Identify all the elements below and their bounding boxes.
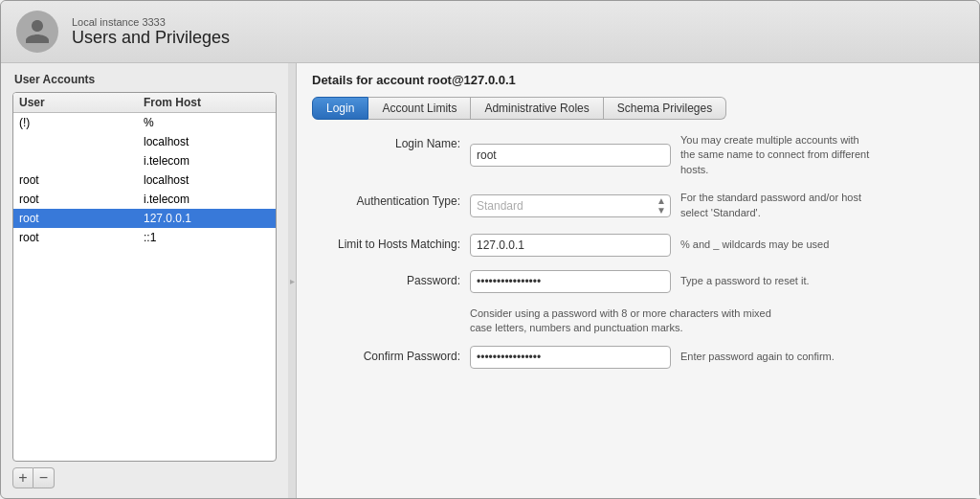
auth-type-input-group: Standard ▲▼ For the standard password an… bbox=[470, 191, 872, 220]
sidebar: User Accounts User From Host (!) %localh… bbox=[1, 63, 288, 498]
row-host: 127.0.0.1 bbox=[144, 212, 270, 225]
content-area: User Accounts User From Host (!) %localh… bbox=[1, 63, 979, 498]
auth-type-label: Authentication Type: bbox=[312, 191, 470, 208]
table-row[interactable]: (!) % bbox=[13, 113, 276, 132]
confirm-password-label: Confirm Password: bbox=[312, 346, 470, 363]
table-row[interactable]: root::1 bbox=[13, 228, 276, 247]
password-inline-hint: Type a password to reset it. bbox=[680, 274, 810, 288]
confirm-password-hint: Enter password again to confirm. bbox=[680, 350, 835, 364]
row-user: root bbox=[19, 173, 144, 187]
resize-handle[interactable]: ▸ bbox=[288, 63, 296, 498]
password-row: Password: Type a password to reset it. bbox=[312, 270, 964, 293]
login-name-label: Login Name: bbox=[312, 133, 470, 150]
row-host: localhost bbox=[144, 135, 270, 148]
user-accounts-table: User From Host (!) %localhosti.telecomro… bbox=[12, 92, 277, 462]
titlebar: Local instance 3333 Users and Privileges bbox=[1, 1, 979, 63]
row-host: i.telecom bbox=[144, 193, 270, 206]
login-name-input[interactable] bbox=[470, 144, 671, 167]
sidebar-title: User Accounts bbox=[12, 73, 277, 86]
auth-type-select[interactable]: Standard bbox=[477, 199, 657, 213]
row-user: root bbox=[19, 212, 144, 225]
row-host: % bbox=[144, 116, 270, 129]
auth-type-select-wrap[interactable]: Standard ▲▼ bbox=[470, 194, 671, 217]
tab-account-limits[interactable]: Account Limits bbox=[368, 97, 471, 120]
confirm-password-input-group: Enter password again to confirm. bbox=[470, 346, 835, 369]
add-user-button[interactable]: + bbox=[12, 467, 33, 488]
table-row[interactable]: localhost bbox=[13, 132, 276, 151]
column-header-host: From Host bbox=[144, 96, 270, 109]
titlebar-subtitle: Local instance 3333 bbox=[72, 16, 230, 28]
password-label: Password: bbox=[312, 270, 470, 287]
confirm-password-input[interactable] bbox=[470, 346, 671, 369]
row-user bbox=[19, 135, 144, 148]
password-hint-block: Consider using a password with 8 or more… bbox=[470, 306, 776, 336]
tab-login[interactable]: Login bbox=[312, 97, 368, 120]
confirm-password-row: Confirm Password: Enter password again t… bbox=[312, 346, 964, 369]
login-name-input-group: You may create multiple accounts with th… bbox=[470, 133, 872, 177]
limit-hosts-row: Limit to Hosts Matching: % and _ wildcar… bbox=[312, 234, 964, 257]
table-row[interactable]: root127.0.0.1 bbox=[13, 209, 276, 228]
password-input[interactable] bbox=[470, 270, 671, 293]
row-user: (!) bbox=[19, 116, 144, 129]
login-name-row: Login Name: You may create multiple acco… bbox=[312, 133, 964, 177]
auth-type-hint: For the standard password and/or host se… bbox=[680, 191, 872, 220]
user-icon bbox=[23, 17, 52, 46]
tabs-container: LoginAccount LimitsAdministrative RolesS… bbox=[312, 97, 726, 120]
password-hint-row: Consider using a password with 8 or more… bbox=[312, 306, 964, 336]
row-user: root bbox=[19, 193, 144, 206]
table-row[interactable]: i.telecom bbox=[13, 151, 276, 170]
avatar bbox=[16, 11, 58, 53]
password-hint-spacer bbox=[312, 306, 470, 336]
table-row[interactable]: rooti.telecom bbox=[13, 190, 276, 209]
limit-hosts-input[interactable] bbox=[470, 234, 671, 257]
main-panel: Details for account root@127.0.0.1 Login… bbox=[296, 63, 979, 498]
row-host: localhost bbox=[144, 173, 270, 187]
panel-title: Details for account root@127.0.0.1 bbox=[312, 73, 964, 87]
limit-hosts-label: Limit to Hosts Matching: bbox=[312, 234, 470, 251]
tab-schema-privileges[interactable]: Schema Privileges bbox=[604, 97, 726, 120]
login-form: Login Name: You may create multiple acco… bbox=[312, 133, 964, 483]
tabs-bar: LoginAccount LimitsAdministrative RolesS… bbox=[312, 97, 964, 120]
limit-hosts-input-group: % and _ wildcards may be used bbox=[470, 234, 829, 257]
row-host: i.telecom bbox=[144, 154, 270, 168]
table-row[interactable]: rootlocalhost bbox=[13, 170, 276, 190]
login-name-hint: You may create multiple accounts with th… bbox=[680, 133, 872, 177]
auth-type-row: Authentication Type: Standard ▲▼ For the… bbox=[312, 191, 964, 220]
auth-select-arrows-icon: ▲▼ bbox=[657, 196, 666, 215]
password-input-group: Type a password to reset it. bbox=[470, 270, 810, 293]
row-user bbox=[19, 154, 144, 168]
limit-hosts-hint: % and _ wildcards may be used bbox=[680, 238, 829, 252]
titlebar-text: Local instance 3333 Users and Privileges bbox=[72, 16, 230, 48]
tab-administrative-roles[interactable]: Administrative Roles bbox=[471, 97, 603, 120]
titlebar-title: Users and Privileges bbox=[72, 28, 230, 48]
row-user: root bbox=[19, 231, 144, 244]
sidebar-actions: + − bbox=[12, 467, 277, 488]
table-header: User From Host bbox=[13, 93, 276, 113]
column-header-user: User bbox=[19, 96, 144, 109]
remove-user-button[interactable]: − bbox=[33, 467, 55, 488]
main-window: Local instance 3333 Users and Privileges… bbox=[0, 0, 980, 499]
table-rows-container: (!) %localhosti.telecomrootlocalhostroot… bbox=[13, 113, 276, 247]
row-host: ::1 bbox=[144, 231, 270, 244]
